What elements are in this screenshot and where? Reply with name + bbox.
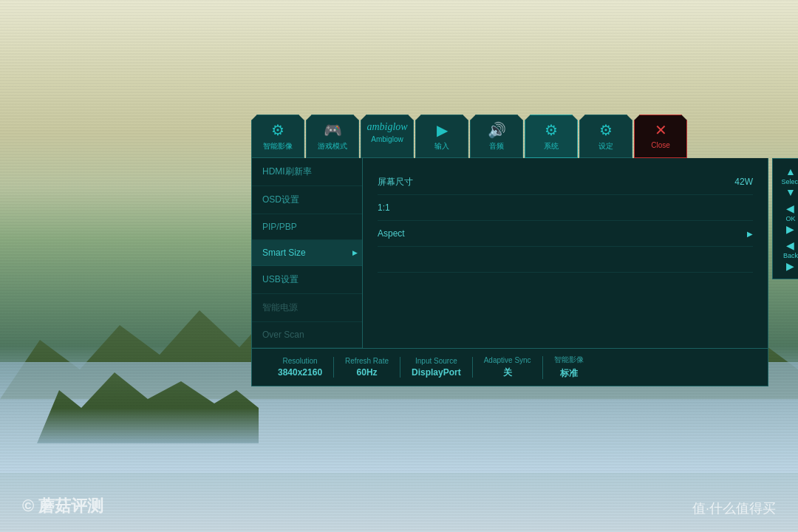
select-label: Select <box>781 178 798 185</box>
menu-item-osd-settings[interactable]: OSD设置 <box>252 186 362 214</box>
left-menu: HDMI刷新率 OSD设置 PIP/PBP Smart Size USB设置 智… <box>252 158 363 348</box>
content-row-aspect[interactable]: Aspect ▶ <box>378 221 753 247</box>
refresh-rate-label: Refresh Rate <box>345 357 389 365</box>
system-icon: ⚙ <box>530 121 573 139</box>
content-row-empty1 <box>378 247 753 273</box>
input-source-value: DisplayPort <box>412 367 461 378</box>
nav-item-audio[interactable]: 🔊 音频 <box>470 115 523 158</box>
nav-item-system[interactable]: ⚙ 系统 <box>525 115 578 158</box>
ok-control: ◀ OK ▶ <box>785 203 795 234</box>
nav-item-settings[interactable]: ⚙ 设定 <box>579 115 632 158</box>
nav-label-smart-image: 智能影像 <box>256 141 299 151</box>
input-source-label: Input Source <box>415 357 457 365</box>
nav-label-settings: 设定 <box>584 141 627 151</box>
nav-bar: ⚙ 智能影像 🎮 游戏模式 ambiglow Ambiglow ▶ 输入 🔊 音… <box>251 115 768 158</box>
status-bar: Resolution 3840x2160 Refresh Rate 60Hz I… <box>251 349 768 386</box>
smart-image-icon: ⚙ <box>256 121 299 139</box>
status-adaptive-sync: Adaptive Sync 关 <box>473 356 543 379</box>
ok-left-arrow[interactable]: ◀ <box>786 203 794 214</box>
aspect-label: Aspect <box>378 228 740 239</box>
right-panel: 屏幕尺寸 42W 1:1 Aspect ▶ <box>363 158 768 348</box>
back-label: Back <box>783 252 798 259</box>
ok-right-arrow[interactable]: ▶ <box>786 224 794 234</box>
resolution-value: 3840x2160 <box>278 367 322 378</box>
status-refresh-rate: Refresh Rate 60Hz <box>334 357 400 378</box>
menu-item-hdmi-rate[interactable]: HDMI刷新率 <box>252 158 362 186</box>
smart-image-status-value: 标准 <box>560 367 578 380</box>
down-arrow[interactable]: ▼ <box>785 187 796 197</box>
content-row-empty2 <box>378 273 753 299</box>
osd-menu: ⚙ 智能影像 🎮 游戏模式 ambiglow Ambiglow ▶ 输入 🔊 音… <box>251 115 768 386</box>
ok-label: OK <box>785 215 795 222</box>
status-input-source: Input Source DisplayPort <box>400 357 473 378</box>
nav-label-game-mode: 游戏模式 <box>311 141 354 151</box>
nav-item-close[interactable]: ✕ Close <box>634 115 687 158</box>
menu-item-usb-settings[interactable]: USB设置 <box>252 266 362 294</box>
watermark-right: 值·什么值得买 <box>692 499 776 517</box>
nav-item-game-mode[interactable]: 🎮 游戏模式 <box>306 115 359 158</box>
nav-item-input[interactable]: ▶ 输入 <box>415 115 468 158</box>
back-control: ◀ Back ▶ <box>783 240 798 271</box>
nav-item-smart-image[interactable]: ⚙ 智能影像 <box>251 115 304 158</box>
menu-item-smart-size[interactable]: Smart Size <box>252 240 362 266</box>
nav-label-input: 输入 <box>420 141 463 151</box>
right-controls-panel: ▲ Select ▼ ◀ OK ▶ ◀ Back ▶ <box>772 158 798 279</box>
screen-size-label: 屏幕尺寸 <box>378 176 734 188</box>
adaptive-sync-value: 关 <box>503 366 512 379</box>
smart-image-status-label: 智能影像 <box>554 355 584 365</box>
ambiglow-icon: ambiglow <box>366 121 409 133</box>
select-control: ▲ Select ▼ <box>781 166 798 197</box>
nav-label-system: 系统 <box>530 141 573 151</box>
menu-item-pip-pbp[interactable]: PIP/PBP <box>252 214 362 240</box>
nav-item-ambiglow[interactable]: ambiglow Ambiglow <box>361 115 414 158</box>
screen-size-value: 42W <box>734 177 753 187</box>
aspect-arrow: ▶ <box>747 230 753 238</box>
game-mode-icon: 🎮 <box>311 121 354 139</box>
settings-icon: ⚙ <box>584 121 627 139</box>
ratio-label: 1:1 <box>378 202 753 213</box>
nav-label-ambiglow: Ambiglow <box>366 135 409 143</box>
menu-item-smart-power: 智能电源 <box>252 294 362 322</box>
content-row-ratio: 1:1 <box>378 195 753 221</box>
nav-label-close: Close <box>639 141 682 149</box>
content-row-screen-size: 屏幕尺寸 42W <box>378 169 753 195</box>
menu-item-overscan[interactable]: Over Scan <box>252 322 362 348</box>
up-arrow[interactable]: ▲ <box>785 166 796 177</box>
status-smart-image: 智能影像 标准 <box>543 355 595 380</box>
nav-label-audio: 音频 <box>475 141 518 151</box>
status-resolution: Resolution 3840x2160 <box>267 357 334 378</box>
audio-icon: 🔊 <box>475 121 518 139</box>
adaptive-sync-label: Adaptive Sync <box>484 356 531 364</box>
input-icon: ▶ <box>420 121 463 139</box>
watermark-left: © 蘑菇评测 <box>22 495 103 517</box>
refresh-rate-value: 60Hz <box>357 367 378 378</box>
resolution-label: Resolution <box>282 357 317 365</box>
back-left-arrow[interactable]: ◀ <box>786 240 794 250</box>
close-icon: ✕ <box>639 121 682 139</box>
back-right-arrow[interactable]: ▶ <box>786 261 794 271</box>
